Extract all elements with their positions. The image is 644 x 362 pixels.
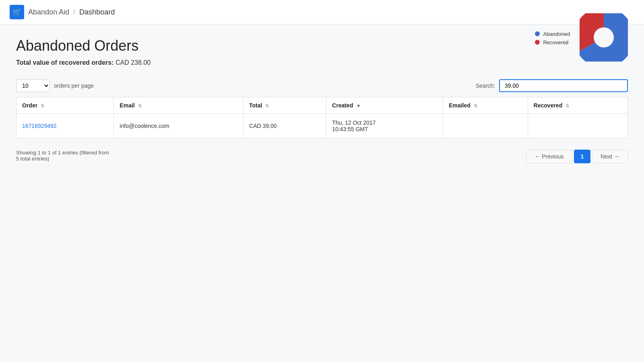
per-page-select[interactable]: 10 25 50 100 bbox=[16, 79, 50, 92]
orders-table: Order ⇅ Email ⇅ Total ⇅ Created ▼ Emaile… bbox=[16, 97, 628, 138]
cart-icon: 🛒 bbox=[12, 8, 21, 16]
cell-total: CAD 39.00 bbox=[244, 114, 326, 138]
email-sort-icon: ⇅ bbox=[138, 103, 142, 109]
cell-emailed bbox=[443, 114, 528, 138]
current-page-label: Dashboard bbox=[79, 8, 115, 16]
cell-order: 16716929492 bbox=[17, 114, 114, 138]
legend-recovered-label: Recovered bbox=[543, 39, 568, 45]
table-header: Order ⇅ Email ⇅ Total ⇅ Created ▼ Emaile… bbox=[17, 97, 628, 114]
table-controls: 10 25 50 100 orders per page Search: bbox=[16, 79, 628, 92]
total-sort-icon: ⇅ bbox=[265, 103, 269, 109]
top-section: Abandoned Orders Total value of recovere… bbox=[16, 37, 628, 76]
recovered-amount: CAD 238.00 bbox=[116, 59, 151, 66]
per-page-wrap: 10 25 50 100 orders per page bbox=[16, 79, 94, 92]
page-title: Abandoned Orders bbox=[16, 37, 151, 54]
page-1-button[interactable]: 1 bbox=[574, 150, 591, 163]
col-order[interactable]: Order ⇅ bbox=[17, 97, 114, 114]
pie-chart bbox=[580, 13, 628, 63]
chart-area: Abandoned Recovered bbox=[535, 13, 628, 63]
per-page-label: orders per page bbox=[54, 82, 94, 89]
order-link[interactable]: 16716929492 bbox=[22, 123, 57, 129]
created-sort-icon: ▼ bbox=[356, 103, 361, 108]
table-row: 16716929492info@coolence.comCAD 39.00Thu… bbox=[17, 114, 628, 138]
previous-button[interactable]: ← Previous bbox=[526, 150, 572, 163]
legend-abandoned: Abandoned bbox=[535, 31, 570, 37]
bottom-row: Showing 1 to 1 of 1 entries (filtered fr… bbox=[16, 143, 628, 163]
legend-recovered: Recovered bbox=[535, 39, 570, 45]
col-recovered[interactable]: Recovered ⇅ bbox=[528, 97, 627, 114]
search-input[interactable] bbox=[499, 79, 628, 92]
title-area: Abandoned Orders Total value of recovere… bbox=[16, 37, 151, 76]
pagination-info: Showing 1 to 1 of 1 entries (filtered fr… bbox=[16, 150, 109, 162]
recovered-sort-icon: ⇅ bbox=[566, 103, 569, 109]
pagination-controls: ← Previous 1 Next → bbox=[526, 150, 628, 163]
next-button[interactable]: Next → bbox=[592, 150, 628, 163]
app-logo: 🛒 bbox=[10, 5, 24, 19]
order-sort-icon: ⇅ bbox=[41, 103, 44, 109]
breadcrumb-separator: / bbox=[73, 8, 75, 16]
recovered-dot bbox=[535, 40, 540, 45]
legend-abandoned-label: Abandoned bbox=[543, 31, 570, 37]
brand-name: Abandon Aid bbox=[28, 8, 69, 16]
recovered-label: Total value of recovered orders: bbox=[16, 59, 114, 66]
col-created[interactable]: Created ▼ bbox=[326, 97, 443, 114]
abandoned-dot bbox=[535, 31, 540, 36]
recovered-value-text: Total value of recovered orders: CAD 238… bbox=[16, 59, 151, 66]
emailed-sort-icon: ⇅ bbox=[474, 103, 477, 109]
cell-recovered bbox=[528, 114, 627, 138]
col-total[interactable]: Total ⇅ bbox=[244, 97, 326, 114]
cell-created: Thu, 12 Oct 2017 10:43:55 GMT bbox=[326, 114, 443, 138]
col-emailed[interactable]: Emailed ⇅ bbox=[443, 97, 528, 114]
cell-email: info@coolence.com bbox=[114, 114, 244, 138]
col-email[interactable]: Email ⇅ bbox=[114, 97, 244, 114]
search-label: Search: bbox=[476, 82, 495, 89]
search-wrap: Search: bbox=[476, 79, 628, 92]
table-body: 16716929492info@coolence.comCAD 39.00Thu… bbox=[17, 114, 628, 138]
chart-legend: Abandoned Recovered bbox=[535, 31, 570, 45]
main-content: Abandoned Orders Total value of recovere… bbox=[0, 25, 644, 176]
